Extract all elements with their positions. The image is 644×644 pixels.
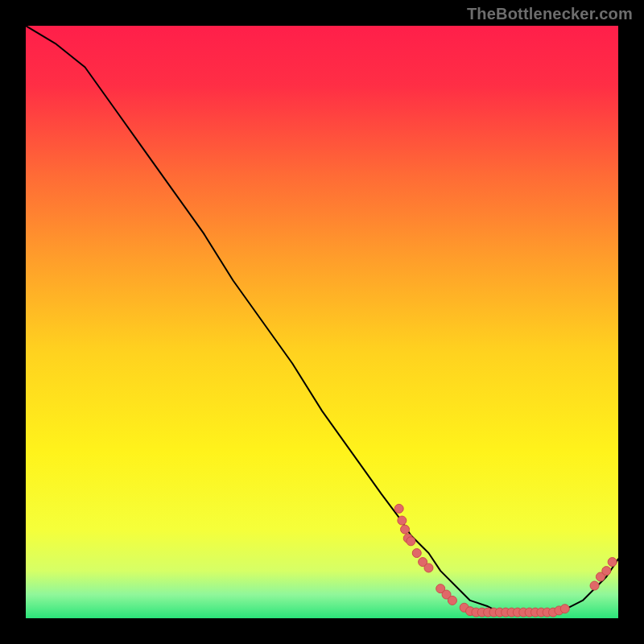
chart-svg bbox=[26, 26, 618, 618]
data-point bbox=[398, 516, 407, 525]
watermark-text: TheBottlenecker.com bbox=[467, 5, 633, 23]
data-point bbox=[401, 525, 410, 534]
data-point bbox=[590, 581, 599, 590]
data-point bbox=[602, 567, 611, 576]
chart-stage: TheBottlenecker.com bbox=[0, 0, 644, 644]
data-point bbox=[608, 558, 617, 567]
data-point bbox=[560, 605, 569, 613]
data-point bbox=[407, 537, 415, 546]
data-point bbox=[424, 564, 433, 572]
chart-plot-area bbox=[26, 26, 618, 618]
data-point bbox=[394, 504, 403, 513]
data-point bbox=[412, 549, 421, 558]
chart-background bbox=[26, 26, 618, 618]
data-point bbox=[448, 596, 456, 605]
